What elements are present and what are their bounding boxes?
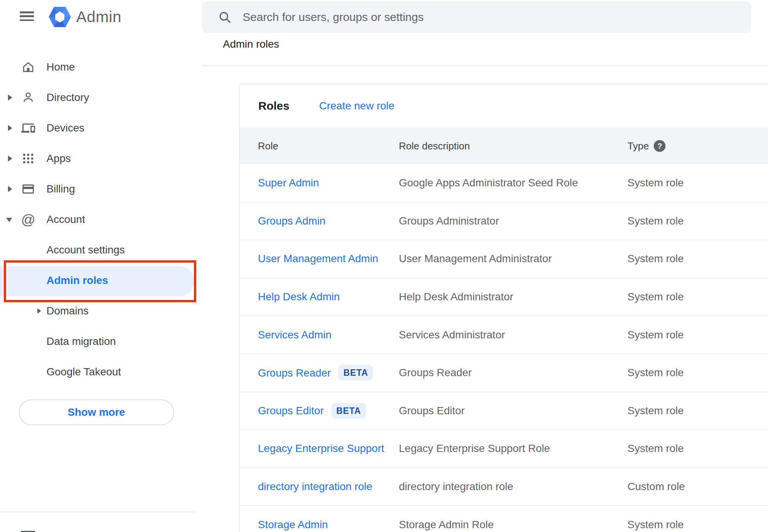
sidebar-item-label: Account settings [46, 244, 125, 256]
app-title: Admin [76, 8, 122, 26]
table-row: directory integration role directory int… [240, 468, 768, 506]
column-header-role: Role [258, 140, 278, 152]
table-header-row: Role Role description Type ? [240, 128, 768, 164]
at-sign-icon: @ [21, 212, 35, 227]
table-row: User Management Admin User Management Ad… [240, 240, 768, 278]
role-type: System role [627, 253, 684, 265]
column-header-description: Role description [399, 140, 470, 152]
sidebar-item-label: Devices [46, 122, 85, 134]
expand-arrow-icon[interactable] [8, 155, 12, 162]
role-description: Groups Editor [399, 405, 465, 417]
breadcrumb: Admin roles [223, 38, 279, 50]
role-link[interactable]: User Management Admin [258, 253, 378, 265]
roles-card-header: Roles Create new role [240, 84, 768, 128]
person-icon [21, 90, 35, 105]
role-link[interactable]: Groups Editor [258, 405, 324, 417]
roles-card: Roles Create new role Role Role descript… [239, 84, 768, 532]
table-row: Super Admin Google Apps Administrator Se… [240, 164, 768, 202]
sidebar-item-data-migration[interactable]: Data migration [0, 326, 196, 357]
sidebar-footer-divider [0, 512, 196, 512]
admin-hexagon-logo [48, 6, 71, 27]
sidebar-item-account[interactable]: @ Account [0, 204, 196, 235]
expand-arrow-icon[interactable] [8, 186, 12, 192]
sidebar-item-domains[interactable]: Domains [0, 296, 196, 326]
sidebar-item-label: Home [46, 61, 75, 73]
help-icon[interactable]: ? [654, 140, 666, 152]
role-type: System role [627, 329, 684, 341]
beta-badge: BETA [331, 403, 366, 418]
section-title: Roles [258, 99, 290, 112]
role-link[interactable]: Storage Admin [258, 519, 328, 531]
expand-arrow-icon[interactable] [8, 125, 12, 131]
home-icon [21, 60, 35, 74]
apps-grid-icon [21, 151, 35, 166]
devices-icon [21, 121, 35, 135]
create-new-role-link[interactable]: Create new role [319, 100, 395, 112]
role-description: Storage Admin Role [399, 519, 494, 531]
show-more-button[interactable]: Show more [19, 399, 174, 425]
sidebar-item-devices[interactable]: Devices [0, 113, 196, 143]
column-header-type: Type ? [627, 140, 666, 152]
sidebar-item-label: Account [46, 213, 85, 226]
google-admin-console: Admin Home Directory [0, 0, 768, 532]
role-type: System role [627, 442, 684, 455]
sidebar-item-home[interactable]: Home [0, 52, 196, 82]
sidebar-item-label: Apps [46, 152, 71, 165]
role-description: directory integration role [399, 481, 513, 493]
hamburger-menu-icon[interactable] [20, 11, 34, 21]
role-type: System role [627, 177, 684, 189]
role-link[interactable]: Super Admin [258, 177, 319, 189]
role-link[interactable]: Services Admin [258, 329, 331, 341]
header-divider [202, 66, 768, 66]
sidebar-item-directory[interactable]: Directory [0, 82, 196, 113]
role-description: Google Apps Administrator Seed Role [399, 177, 578, 189]
expand-arrow-icon[interactable] [8, 95, 12, 101]
role-type: System role [627, 405, 684, 417]
table-row: Groups Admin Groups Administrator System… [240, 202, 768, 240]
sidebar-item-label: Google Takeout [46, 366, 121, 378]
table-row: Services Admin Services Administrator Sy… [240, 316, 768, 354]
collapse-arrow-icon[interactable] [6, 218, 12, 222]
table-row: Groups Reader BETA Groups Reader System … [240, 354, 768, 392]
expand-arrow-icon[interactable] [37, 308, 41, 314]
sidebar-item-label: Directory [46, 91, 89, 104]
role-description: Help Desk Administrator [399, 291, 513, 303]
role-description: Groups Reader [399, 367, 472, 379]
sidebar-item-label: Data migration [46, 335, 116, 348]
sidebar-item-apps[interactable]: Apps [0, 143, 196, 174]
role-type: System role [627, 519, 684, 531]
sidebar-item-label: Billing [46, 183, 75, 195]
credit-card-icon [21, 182, 35, 196]
sidebar-item-billing[interactable]: Billing [0, 174, 196, 204]
search-icon [218, 10, 232, 24]
beta-badge: BETA [338, 365, 373, 381]
table-row: Storage Admin Storage Admin Role System … [240, 506, 768, 532]
sidebar: Admin Home Directory [0, 0, 196, 532]
table-body: Super Admin Google Apps Administrator Se… [240, 164, 768, 532]
role-description: Groups Administrator [399, 215, 499, 227]
role-type: System role [627, 367, 684, 379]
table-row: Legacy Enterprise Support Legacy Enterpr… [240, 430, 768, 468]
role-link[interactable]: Legacy Enterprise Support [258, 442, 384, 455]
table-row: Groups Editor BETA Groups Editor System … [240, 392, 768, 430]
role-type: Custom role [627, 481, 685, 493]
role-link[interactable]: directory integration role [258, 481, 372, 493]
sidebar-item-label: Domains [46, 305, 88, 317]
search-input[interactable] [242, 10, 739, 24]
sidebar-item-google-takeout[interactable]: Google Takeout [0, 357, 196, 387]
role-description: User Management Administrator [399, 253, 552, 265]
role-description: Services Administrator [399, 329, 505, 341]
table-row: Help Desk Admin Help Desk Administrator … [240, 278, 768, 316]
role-link[interactable]: Groups Reader [258, 367, 331, 379]
role-type: System role [627, 291, 684, 303]
role-link[interactable]: Help Desk Admin [258, 291, 340, 303]
role-link[interactable]: Groups Admin [258, 215, 325, 227]
role-description: Legacy Enterprise Support Role [399, 442, 550, 455]
search-box [202, 2, 751, 33]
role-type: System role [627, 215, 684, 227]
